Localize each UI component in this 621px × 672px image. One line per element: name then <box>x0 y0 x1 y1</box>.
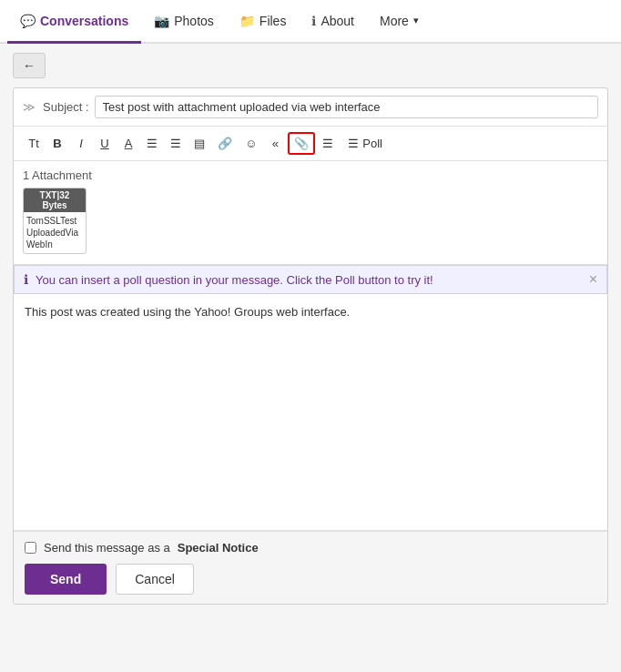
action-buttons: Send Cancel <box>25 564 596 595</box>
back-btn-row: ← <box>13 53 608 78</box>
back-button[interactable]: ← <box>13 53 46 78</box>
special-notice-checkbox[interactable] <box>25 542 36 554</box>
poll-notice-text: You can insert a poll question in your m… <box>36 273 582 287</box>
toolbar-emoji[interactable]: ☺ <box>239 133 262 154</box>
toolbar-poll[interactable]: ☰ Poll <box>341 133 390 154</box>
collapse-arrows: ≫ <box>23 100 36 114</box>
toolbar-quote[interactable]: « <box>264 133 286 154</box>
nav-item-about[interactable]: ℹ About <box>299 0 367 44</box>
file-type-badge: TXT|32 Bytes <box>24 188 86 212</box>
attachment-count: 1 Attachment <box>23 168 598 182</box>
toolbar-align[interactable]: ▤ <box>188 133 210 154</box>
compose-box: ≫ Subject : Tt B I U A ☰ <box>13 87 608 605</box>
toolbar-underline[interactable]: U <box>94 133 116 154</box>
cancel-button[interactable]: Cancel <box>116 564 194 595</box>
nav-item-photos[interactable]: 📷 Photos <box>141 0 227 44</box>
nav-item-conversations[interactable]: 💬 Conversations <box>7 0 141 44</box>
subject-input[interactable] <box>95 96 598 118</box>
toolbar-bold[interactable]: B <box>46 133 68 154</box>
subject-label: Subject : <box>43 100 89 114</box>
toolbar-italic[interactable]: I <box>70 133 92 154</box>
toolbar-link[interactable]: 🔗 <box>212 133 238 154</box>
special-notice-bold-label: Special Notice <box>178 541 259 555</box>
nav-label-conversations: Conversations <box>40 14 128 28</box>
nav-item-more[interactable]: More ▾ <box>367 0 432 44</box>
toolbar-attach[interactable]: 📎 <box>288 132 315 155</box>
toolbar-bullet-list[interactable]: ☰ <box>141 133 163 154</box>
main-content: ← ≫ Subject : Tt B I U A <box>0 44 621 672</box>
bottom-controls: Send this message as a Special Notice Se… <box>14 531 607 604</box>
file-name: TomSSLTestUploadedViaWebIn <box>24 212 86 253</box>
message-body[interactable]: This post was created using the Yahoo! G… <box>14 294 607 531</box>
chevron-down-icon: ▾ <box>413 15 419 26</box>
toolbar-lines[interactable]: ☰ <box>317 133 339 154</box>
top-navigation: 💬 Conversations 📷 Photos 📁 Files ℹ About… <box>0 0 621 44</box>
special-notice-prefix: Send this message as a <box>44 541 170 555</box>
special-notice-row: Send this message as a Special Notice <box>25 541 596 555</box>
toolbar: Tt B I U A ☰ ☰ ▤ 🔗 <box>14 127 607 161</box>
attachment-section: 1 Attachment TXT|32 Bytes TomSSLTestUplo… <box>14 161 607 265</box>
nav-label-photos: Photos <box>174 14 214 28</box>
nav-item-files[interactable]: 📁 Files <box>227 0 300 44</box>
nav-label-about: About <box>321 14 354 28</box>
folder-icon: 📁 <box>239 14 255 28</box>
camera-icon: 📷 <box>154 14 169 28</box>
toolbar-font-color[interactable]: A <box>117 133 139 154</box>
toolbar-text-size[interactable]: Tt <box>23 133 45 154</box>
poll-notice-close-button[interactable]: × <box>589 272 597 287</box>
nav-label-files: Files <box>260 14 287 28</box>
conversations-icon: 💬 <box>20 14 36 28</box>
info-icon: ℹ <box>311 14 316 28</box>
poll-notice: ℹ You can insert a poll question in your… <box>14 265 607 294</box>
toolbar-ordered-list[interactable]: ☰ <box>165 133 187 154</box>
poll-info-icon: ℹ <box>24 272 28 287</box>
attachment-file[interactable]: TXT|32 Bytes TomSSLTestUploadedViaWebIn <box>23 188 87 254</box>
nav-label-more: More <box>380 14 409 28</box>
send-button[interactable]: Send <box>25 564 107 595</box>
subject-row: ≫ Subject : <box>14 88 607 127</box>
